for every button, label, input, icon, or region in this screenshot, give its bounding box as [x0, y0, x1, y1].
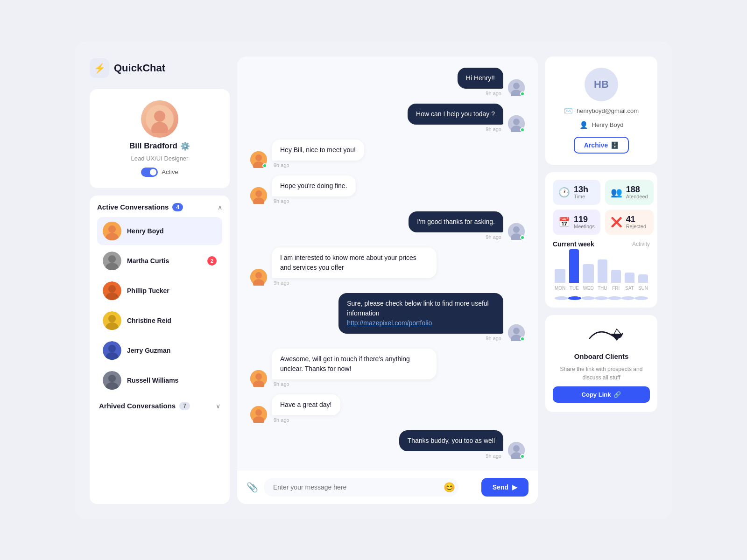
conv-item-phillip-tucker[interactable]: Phillip Tucker	[97, 277, 222, 305]
stat-rejected-value: 41	[626, 215, 646, 224]
chevron-up-icon[interactable]: ∧	[218, 203, 222, 211]
svg-point-13	[108, 315, 116, 322]
svg-point-37	[255, 272, 262, 279]
conv-item-jerry-guzman[interactable]: Jerry Guzman	[97, 336, 222, 364]
incoming-avatar	[250, 269, 267, 286]
conv-avatar-russell	[103, 371, 121, 390]
stats-grid: 🕐 13h Time 👥 188 Atendeed 📅	[553, 180, 650, 235]
message-bubble: Awesome, will get in touch if there's an…	[272, 349, 437, 379]
stat-time-value: 13h	[574, 185, 588, 194]
stat-rejected: ❌ 41 Rejected	[605, 210, 654, 235]
message-content: Hi Henry!! 9h ago	[458, 68, 503, 96]
conv-name: Russell Williams	[127, 377, 178, 384]
conv-name: Martha Curtis	[127, 257, 169, 265]
send-button[interactable]: Send ▶	[481, 478, 529, 497]
bar-column: SUN	[638, 274, 648, 291]
dot-row	[553, 296, 650, 300]
contact-avatar: HB	[585, 68, 618, 101]
stat-rejected-label: Rejected	[626, 224, 646, 229]
message-time: 9h ago	[272, 280, 437, 286]
chart-dot	[581, 296, 595, 300]
bar	[625, 273, 634, 283]
status-toggle[interactable]	[141, 168, 158, 177]
online-dot	[520, 336, 525, 341]
svg-point-22	[513, 83, 520, 89]
svg-point-1	[154, 111, 165, 122]
archive-button[interactable]: Archive 🗄️	[574, 137, 629, 154]
link-icon: 🔗	[613, 391, 621, 398]
message-row: Sure, please check below link to find mo…	[250, 293, 525, 341]
outgoing-avatar	[508, 324, 525, 341]
message-bubble: Thanks buddy, you too as well	[399, 430, 503, 451]
outgoing-avatar	[508, 115, 525, 132]
bar	[598, 259, 607, 283]
chevron-down-icon[interactable]: ∨	[216, 402, 220, 410]
chat-messages: Hi Henry!! 9h ago How can I help you tod…	[237, 56, 538, 470]
send-arrow-icon: ▶	[512, 483, 517, 491]
active-conversations-title: Active Conversations 4	[97, 203, 183, 211]
message-row: How can I help you today ? 9h ago	[250, 104, 525, 132]
chat-area: Hi Henry!! 9h ago How can I help you tod…	[237, 56, 538, 504]
email-row: ✉️ henryboyd@gmail.com	[564, 107, 639, 115]
bar-column: THU	[598, 259, 607, 291]
conv-name: Christine Reid	[127, 317, 171, 324]
chat-input-area: 📎 😊 Send ▶	[237, 470, 538, 504]
copy-link-button[interactable]: Copy Link 🔗	[553, 386, 650, 403]
bar	[555, 269, 565, 283]
svg-point-34	[513, 226, 520, 233]
archived-conversations-header: Arhived Conversations 7 ∨	[97, 396, 222, 412]
online-dot	[520, 454, 525, 459]
bar-day-label: TUE	[570, 286, 579, 291]
message-row: Thanks buddy, you too as well 9h ago	[250, 430, 525, 459]
bar-day-label: THU	[598, 286, 607, 291]
conv-item-henry-boyd[interactable]: Henry Boyd	[97, 217, 222, 245]
message-row: Hope you're doing fine. 9h ago	[250, 175, 525, 204]
onboard-title: Onboard Clients	[574, 352, 629, 360]
message-time: 9h ago	[484, 453, 503, 459]
incoming-avatar	[250, 406, 267, 423]
stat-attended-value: 188	[626, 185, 648, 194]
bar-column: WED	[583, 264, 593, 291]
conv-item-russell-williams[interactable]: Russell Williams	[97, 366, 222, 394]
message-time: 9h ago	[484, 91, 503, 96]
message-time: 9h ago	[272, 198, 356, 204]
message-bubble: I am interested to know more about your …	[272, 247, 437, 278]
app-container: ⚡ QuickChat Bill Bradford ⚙️ Lead UX/UI …	[75, 42, 672, 519]
stats-card: 🕐 13h Time 👥 188 Atendeed 📅	[545, 172, 657, 308]
message-bubble: Hi Henry!!	[458, 68, 503, 89]
portfolio-link[interactable]: http://mazepixel.com/portfolio	[347, 319, 432, 327]
message-bubble: Sure, please check below link to find mo…	[338, 293, 503, 334]
stat-time-label: Time	[574, 194, 588, 199]
active-toggle: Active	[141, 168, 178, 177]
stat-meetings: 📅 119 Meetings	[553, 210, 600, 235]
message-input[interactable]	[264, 478, 458, 497]
attach-icon[interactable]: 📎	[247, 482, 258, 493]
outgoing-avatar	[508, 79, 525, 96]
message-time: 9h ago	[484, 234, 503, 240]
emoji-icon[interactable]: 😊	[444, 482, 455, 493]
bar	[583, 264, 593, 283]
bar-chart: MONTUEWEDTHUFRISATSUN	[553, 253, 650, 291]
bar	[611, 270, 621, 283]
conv-item-christine-reid[interactable]: Christine Reid	[97, 307, 222, 335]
calendar-icon: 📅	[558, 217, 570, 228]
conv-item-martha-curtis[interactable]: Martha Curtis 2	[97, 247, 222, 275]
svg-point-40	[513, 328, 520, 334]
message-row: I'm good thanks for asking. 9h ago	[250, 211, 525, 240]
online-dot	[520, 127, 525, 132]
settings-icon[interactable]: ⚙️	[180, 141, 190, 151]
contact-email: henryboyd@gmail.com	[577, 107, 639, 114]
message-content: Have a great day! 9h ago	[272, 394, 340, 423]
archive-icon: 🗄️	[611, 141, 619, 149]
bar	[638, 274, 648, 283]
onboard-card: Onboard Clients Share the link with pros…	[545, 315, 657, 412]
message-bubble: How can I help you today ?	[408, 104, 503, 125]
profile-role: Lead UX/UI Designer	[131, 155, 189, 162]
outgoing-avatar	[508, 223, 525, 240]
online-dot	[520, 235, 525, 240]
incoming-avatar	[250, 370, 267, 387]
message-time: 9h ago	[272, 417, 340, 423]
svg-point-10	[108, 285, 116, 293]
bar-day-label: FRI	[612, 286, 620, 291]
archived-count-badge: 7	[179, 402, 190, 410]
